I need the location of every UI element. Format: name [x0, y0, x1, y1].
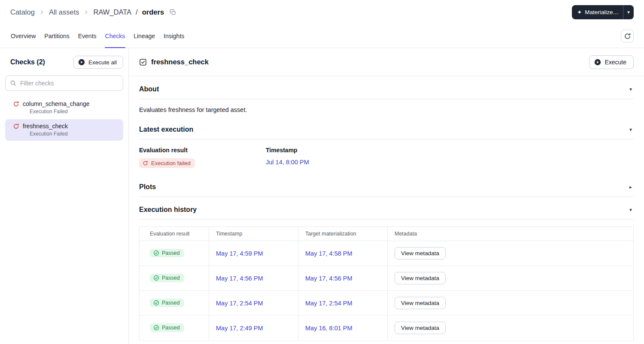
execution-history-table: Evaluation result Timestamp Target mater… — [139, 226, 634, 341]
latest-execution-title: Latest execution — [139, 126, 193, 133]
copy-icon — [170, 9, 176, 15]
table-header-row: Evaluation result Timestamp Target mater… — [140, 227, 634, 241]
refresh-button[interactable] — [621, 30, 634, 42]
about-description: Evaluates freshness for targeted asset. — [139, 99, 634, 117]
timestamp-link[interactable]: May 17, 4:59 PM — [216, 250, 263, 257]
check-detail-panel: freshness_check Execute About ▾ Evaluate… — [129, 48, 644, 344]
column-header-evaluation-result: Evaluation result — [140, 227, 209, 241]
sidebar-header: Checks (2) Execute all — [0, 48, 128, 75]
execute-label: Execute — [605, 59, 626, 66]
table-row: Passed May 17, 4:59 PM May 17, 4:58 PM V… — [140, 241, 634, 266]
target-materialization-link[interactable]: May 17, 4:58 PM — [305, 250, 352, 257]
passed-badge: Passed — [150, 323, 184, 332]
about-section-header[interactable]: About ▾ — [139, 76, 634, 99]
check-circle-icon — [153, 325, 159, 331]
tab-partitions[interactable]: Partitions — [44, 24, 70, 48]
check-list: column_schema_change Execution Failed fr… — [0, 97, 128, 142]
chevron-down-icon[interactable]: ▾ — [629, 87, 632, 92]
tab-insights[interactable]: Insights — [163, 24, 185, 48]
refresh-icon — [624, 33, 631, 40]
check-name: column_schema_change — [23, 100, 90, 107]
plots-title: Plots — [139, 183, 156, 191]
passed-badge: Passed — [150, 274, 184, 282]
execution-history-section-header[interactable]: Execution history ▾ — [139, 197, 634, 220]
column-header-target-materialization: Target materialization — [298, 227, 388, 241]
view-metadata-button[interactable]: View metadata — [395, 322, 446, 334]
check-circle-icon — [153, 250, 159, 256]
view-metadata-button[interactable]: View metadata — [395, 247, 446, 260]
page-title: orders — [142, 8, 164, 16]
breadcrumb-slash: / — [136, 8, 138, 16]
check-circle-icon — [153, 300, 159, 306]
execution-failed-badge-label: Execution failed — [151, 160, 191, 166]
top-bar: Catalog All assets RAW_DATA / orders ✦ M… — [0, 0, 644, 24]
checks-sidebar: Checks (2) Execute all column_schema_cha… — [0, 48, 129, 344]
execution-history-title: Execution history — [139, 206, 197, 214]
asset-check-icon — [139, 58, 147, 66]
target-materialization-link[interactable]: May 16, 8:01 PM — [305, 325, 352, 332]
target-materialization-link[interactable]: May 17, 4:56 PM — [305, 275, 352, 282]
check-list-item-freshness-check[interactable]: freshness_check Execution Failed — [5, 119, 123, 141]
tab-lineage[interactable]: Lineage — [133, 24, 155, 48]
target-materialization-link[interactable]: May 17, 2:54 PM — [305, 300, 352, 307]
column-header-timestamp: Timestamp — [209, 227, 298, 241]
search-icon — [10, 80, 16, 86]
materialize-button-label: Materialize… — [585, 9, 619, 15]
timestamp-link[interactable]: May 17, 2:49 PM — [216, 325, 263, 332]
chevron-down-icon: ▾ — [627, 9, 630, 15]
tabs: Overview Partitions Events Checks Lineag… — [10, 24, 185, 48]
play-circle-icon — [78, 59, 85, 66]
table-row: Passed May 17, 2:49 PM May 16, 8:01 PM V… — [140, 316, 634, 341]
plots-section-header[interactable]: Plots ▸ — [139, 174, 634, 197]
timestamp-link[interactable]: May 17, 4:56 PM — [216, 275, 263, 282]
breadcrumb-all-assets-link[interactable]: All assets — [49, 8, 79, 16]
passed-badge: Passed — [150, 299, 184, 307]
check-detail-body: About ▾ Evaluates freshness for targeted… — [129, 76, 644, 341]
passed-badge-label: Passed — [162, 250, 180, 256]
content-area: Checks (2) Execute all column_schema_cha… — [0, 48, 644, 344]
check-failed-icon — [143, 160, 148, 166]
tab-events[interactable]: Events — [78, 24, 97, 48]
check-failed-icon — [13, 123, 19, 130]
check-title: freshness_check — [151, 58, 209, 66]
view-metadata-button[interactable]: View metadata — [395, 297, 446, 309]
asset-tab-bar: Overview Partitions Events Checks Lineag… — [0, 24, 644, 48]
check-status: Execution Failed — [30, 109, 120, 115]
materialize-button[interactable]: ✦ Materialize… — [572, 5, 623, 19]
materialize-split-button: ✦ Materialize… ▾ — [572, 5, 634, 19]
column-header-metadata: Metadata — [388, 227, 634, 241]
timestamp-link[interactable]: May 17, 2:54 PM — [216, 300, 263, 307]
check-failed-icon — [13, 101, 19, 107]
chevron-right-icon — [39, 9, 45, 15]
latest-execution-grid: Evaluation result Timestamp Execution fa… — [139, 139, 634, 174]
passed-badge-label: Passed — [162, 325, 180, 331]
chevron-down-icon[interactable]: ▾ — [629, 207, 632, 212]
check-name: freshness_check — [23, 123, 68, 130]
chevron-down-icon[interactable]: ▾ — [629, 127, 632, 132]
breadcrumb-group-link[interactable]: RAW_DATA — [93, 8, 131, 16]
view-metadata-button[interactable]: View metadata — [395, 272, 446, 284]
latest-timestamp-link[interactable]: Jul 14, 8:00 PM — [266, 159, 309, 166]
table-row: Passed May 17, 4:56 PM May 17, 4:56 PM V… — [140, 266, 634, 291]
sparkle-icon: ✦ — [577, 9, 582, 15]
execute-all-button[interactable]: Execute all — [73, 56, 123, 69]
execution-failed-badge: Execution failed — [139, 158, 195, 168]
tab-overview[interactable]: Overview — [10, 24, 36, 48]
copy-asset-key-button[interactable] — [169, 8, 177, 16]
evaluation-result-label: Evaluation result — [139, 147, 266, 154]
timestamp-label: Timestamp — [266, 147, 634, 154]
about-title: About — [139, 85, 159, 93]
execute-all-label: Execute all — [88, 59, 117, 66]
passed-badge-label: Passed — [162, 300, 180, 306]
filter-checks-input[interactable] — [5, 75, 123, 91]
check-circle-icon — [153, 275, 159, 281]
table-row: Passed May 17, 2:54 PM May 17, 2:54 PM V… — [140, 291, 634, 316]
check-detail-header: freshness_check Execute — [129, 48, 644, 76]
tab-checks[interactable]: Checks — [105, 24, 126, 48]
latest-execution-section-header[interactable]: Latest execution ▾ — [139, 117, 634, 139]
materialize-dropdown-button[interactable]: ▾ — [623, 5, 634, 19]
chevron-right-icon[interactable]: ▸ — [629, 184, 632, 190]
breadcrumb-catalog-link[interactable]: Catalog — [10, 8, 35, 16]
check-list-item-column-schema-change[interactable]: column_schema_change Execution Failed — [5, 97, 123, 118]
execute-button[interactable]: Execute — [589, 55, 634, 69]
